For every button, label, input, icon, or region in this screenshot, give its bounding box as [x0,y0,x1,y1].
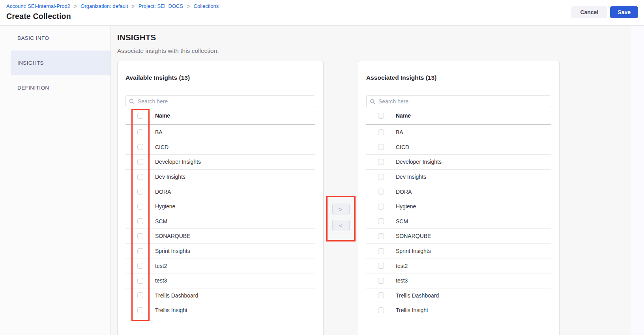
breadcrumb-link[interactable]: Project: SEI_DOCS [139,4,183,9]
row-checkbox[interactable] [137,204,143,210]
row-checkbox[interactable] [378,174,384,180]
row-checkbox[interactable] [378,263,384,269]
sidebar-item-basic-info[interactable]: BASIC INFO [0,26,110,51]
row-name: Trellis Dashboard [150,292,198,299]
associated-insights-title: Associated Insights (13) [366,74,551,81]
breadcrumb-link[interactable]: Collections [194,4,219,9]
row-checkbox[interactable] [378,278,384,284]
row-checkbox-cell [125,204,150,210]
row-name: CICD [150,144,168,150]
row-checkbox[interactable] [378,292,384,298]
row-checkbox[interactable] [137,263,143,269]
section-subtitle: Associate insights with this collection. [117,47,644,54]
table-row[interactable]: Trellis Dashboard [366,288,551,303]
row-name: Hygiene [150,203,175,210]
breadcrumb-separator-icon: > [132,3,134,10]
row-checkbox-cell [125,233,150,239]
row-name: SCM [150,218,167,225]
select-all-checkbox[interactable] [378,113,384,119]
table-row[interactable]: SONARQUBE [125,229,315,244]
row-name: Dev Insights [391,174,426,180]
select-all-cell [366,113,391,119]
row-checkbox-cell [125,278,150,284]
cancel-button[interactable]: Cancel [571,6,607,18]
row-checkbox-cell [366,248,391,254]
row-checkbox[interactable] [137,218,143,224]
row-checkbox[interactable] [137,189,143,195]
breadcrumb-link[interactable]: Organization: default [80,4,128,9]
row-name: Dev Insights [150,174,185,180]
associated-search-input[interactable] [366,95,551,107]
breadcrumb-link[interactable]: Account: SEI-Internal-Prod2 [6,4,70,9]
row-checkbox[interactable] [137,248,143,254]
sidebar-item-definition[interactable]: DEFINITION [0,75,110,100]
row-checkbox[interactable] [378,159,384,165]
table-row[interactable]: Trellis Insight [366,303,551,318]
row-checkbox-cell [366,233,391,239]
sidebar: BASIC INFOINSIGHTSDEFINITION [0,26,111,335]
row-name: Sprint Insights [391,248,431,254]
table-row[interactable]: Developer Insights [366,155,551,170]
row-name: Developer Insights [391,159,442,165]
table-row[interactable]: test3 [125,273,315,288]
table-row[interactable]: DORA [366,184,551,199]
row-checkbox[interactable] [378,189,384,195]
table-row[interactable]: Sprint Insights [366,244,551,259]
row-checkbox[interactable] [137,307,143,313]
save-button[interactable]: Save [610,6,638,18]
table-row[interactable]: BA [125,125,315,140]
row-checkbox[interactable] [137,278,143,284]
table-row[interactable]: Hygiene [366,199,551,214]
table-row[interactable]: test2 [125,258,315,273]
row-checkbox[interactable] [378,129,384,135]
row-checkbox[interactable] [137,129,143,135]
table-row[interactable]: Hygiene [125,199,315,214]
main-content: INSIGHTS Associate insights with this co… [111,26,644,335]
table-row[interactable]: SCM [125,214,315,229]
table-row[interactable]: test3 [366,273,551,288]
row-checkbox[interactable] [378,204,384,210]
table-row[interactable]: DORA [125,184,315,199]
move-right-button[interactable]: > [332,204,350,215]
row-checkbox-cell [366,189,391,195]
table-row[interactable]: CICD [366,140,551,155]
row-checkbox[interactable] [137,144,143,150]
table-row[interactable]: SCM [366,214,551,229]
row-name: Trellis Insight [150,307,187,313]
row-checkbox[interactable] [137,292,143,298]
row-checkbox-cell [366,263,391,269]
row-checkbox[interactable] [137,233,143,239]
table-row[interactable]: Trellis Dashboard [125,288,315,303]
row-checkbox[interactable] [378,248,384,254]
row-checkbox-cell [366,129,391,135]
select-all-cell [125,113,150,119]
page-scroll-gutter[interactable] [631,26,644,335]
move-left-button[interactable]: < [332,220,350,231]
sidebar-item-insights[interactable]: INSIGHTS [11,51,110,75]
table-row[interactable]: Dev Insights [125,170,315,185]
table-row[interactable]: Developer Insights [125,155,315,170]
insights-transfer-widget: Available Insights (13)NameBACICDDevelop… [117,61,644,335]
row-checkbox[interactable] [378,144,384,150]
table-row[interactable]: Sprint Insights [125,244,315,259]
row-checkbox[interactable] [378,218,384,224]
table-row[interactable]: SONARQUBE [366,229,551,244]
row-checkbox-cell [366,144,391,150]
table-row[interactable]: test2 [366,258,551,273]
row-checkbox[interactable] [137,174,143,180]
row-checkbox[interactable] [137,159,143,165]
row-checkbox-cell [125,248,150,254]
associated-insights-panel: Associated Insights (13)NameBACICDDevelo… [358,61,560,335]
table-row[interactable]: Dev Insights [366,170,551,185]
available-search-input[interactable] [125,95,315,107]
table-row[interactable]: BA [366,125,551,140]
row-name: Sprint Insights [150,248,190,254]
row-checkbox-cell [366,174,391,180]
row-checkbox[interactable] [378,307,384,313]
table-row[interactable]: CICD [125,140,315,155]
available-insights-title: Available Insights (13) [125,74,315,81]
table-row[interactable]: Trellis Insight [125,303,315,318]
select-all-checkbox[interactable] [137,113,143,119]
row-name: test2 [150,263,167,269]
row-checkbox[interactable] [378,233,384,239]
